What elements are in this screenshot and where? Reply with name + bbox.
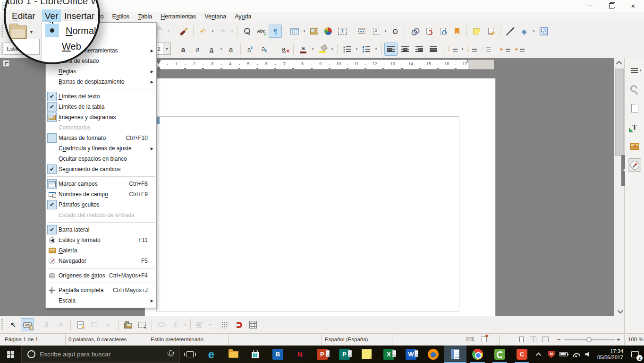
page-style[interactable]: Estilo predeterminado (151, 337, 203, 342)
clear-formatting-button[interactable]: a (277, 43, 290, 56)
menubar-item-estilos[interactable]: Estilos (108, 12, 134, 22)
control-wizard-button[interactable]: ✔ (102, 318, 115, 331)
document-modified-icon[interactable] (482, 336, 487, 342)
special-character-button[interactable]: Ω (389, 25, 402, 38)
magnified-menu-item-normal[interactable]: Normal (66, 26, 96, 36)
increase-indent-button[interactable] (499, 43, 512, 56)
undo-button[interactable]: ↶ (196, 25, 210, 38)
align-right-button[interactable] (413, 43, 426, 56)
menu-item-or-genes-de-datos[interactable]: Orígenes de datosCtrl+Mayús+F4 (46, 270, 156, 281)
basic-shapes-button[interactable]: ◆ (517, 25, 531, 38)
taskbar-app-camtasia[interactable] (489, 346, 511, 363)
insert-table-dropdown-icon[interactable]: ▾ (302, 29, 306, 33)
taskbar-app-camtasia-recorder[interactable]: C (511, 346, 533, 363)
snap-to-grid-button[interactable] (232, 318, 246, 331)
taskbar-app-edge[interactable]: e (200, 346, 222, 363)
zoom-percentage[interactable]: 100 % (628, 337, 644, 342)
menu-item-marcas-de-formato[interactable]: Marcas de formatoCtrl+F10 (46, 133, 156, 143)
select-region-button[interactable] (136, 318, 149, 331)
paste-dropdown-icon[interactable]: ▾ (167, 29, 171, 33)
magnified-menu-ver-active[interactable]: Ver (42, 9, 61, 22)
clone-formatting-button[interactable] (177, 25, 190, 38)
menu-item-estilos-y-formato[interactable]: Estilos y formatoF11 (46, 235, 156, 245)
menu-item-cuadr-cula-y-l-neas-de-ajuste[interactable]: Cuadrícula y líneas de ajuste▶ (46, 143, 156, 154)
menu-item-l-mites-del-texto[interactable]: ✔Límites del texto (46, 91, 156, 102)
menu-item-escala[interactable]: Escala▶ (46, 295, 156, 306)
zoom-in-button[interactable]: + (617, 336, 620, 343)
insert-table-button[interactable] (288, 25, 301, 38)
toolbar-handle[interactable] (1, 319, 3, 330)
taskbar-clock[interactable]: 17:34 05/06/2017 (594, 348, 626, 361)
word-count[interactable]: 0 palabras, 0 caracteres (68, 337, 127, 342)
formatting-marks-button[interactable]: ¶ (269, 25, 282, 38)
design-mode-button[interactable]: OK (21, 318, 34, 331)
gallery-tab[interactable] (628, 139, 641, 153)
ruler-margin-marker[interactable] (156, 60, 161, 64)
taskbar-app-word[interactable]: W (400, 346, 422, 363)
menu-item-p-rrafos-ocultos[interactable]: ✔Párrafos ocultos (46, 199, 156, 210)
taskbar-app-store[interactable] (245, 346, 267, 363)
microphone-icon[interactable] (167, 350, 174, 359)
taskbar-search-box[interactable]: Escribe aquí para buscar (21, 346, 180, 363)
action-center-button[interactable]: 2 (626, 346, 644, 363)
menu-item-marcar-campos[interactable]: Marcar camposCtrl+F8 (46, 179, 156, 189)
display-grid-button[interactable] (218, 318, 231, 331)
menubar-item-ayuda[interactable]: Ayuda (230, 12, 255, 22)
gallery-button[interactable] (121, 318, 135, 331)
styles-tab[interactable]: T (628, 121, 641, 134)
menubar-item-herramientas[interactable]: Herramientas (156, 12, 200, 22)
scroll-down-icon[interactable] (615, 307, 624, 315)
close-button[interactable]: × (622, 0, 644, 12)
restore-button[interactable] (601, 0, 622, 12)
chevron-down-icon[interactable]: ▼ (163, 43, 170, 54)
menu-item-l-mites-de-la-tabla[interactable]: ✔Límites de la tabla (46, 102, 156, 112)
underline-button[interactable]: a (205, 43, 218, 56)
toolbar-handle[interactable] (1, 43, 3, 55)
insert-footnote-button[interactable] (422, 25, 435, 38)
task-view-button[interactable] (180, 346, 200, 363)
book-view-icon[interactable] (542, 337, 549, 342)
vertical-scrollbar[interactable] (614, 58, 624, 316)
bullet-list-dropdown-icon[interactable]: ▾ (355, 47, 359, 51)
minimize-button[interactable] (579, 0, 601, 12)
page-tab[interactable] (628, 102, 641, 115)
menu-item-reglas[interactable]: Reglas▶ (46, 66, 156, 77)
underline-dropdown-icon[interactable]: ▾ (219, 47, 223, 51)
undo-dropdown-icon[interactable]: ▾ (211, 29, 215, 33)
paragraph-spacing-alt-button[interactable] (480, 43, 493, 56)
menu-item-comentarios[interactable]: Comentarios (46, 122, 156, 133)
anchor-button[interactable]: ⚓ (169, 318, 182, 331)
insert-textbox-button[interactable]: T (336, 25, 349, 38)
track-changes-button[interactable] (484, 25, 497, 38)
menu-item-im-genes-y-diagramas[interactable]: Imágenes y diagramas (46, 112, 156, 122)
ellipse-button[interactable] (155, 318, 168, 331)
highlight-color-button[interactable] (316, 43, 329, 56)
form-navigator-button[interactable] (74, 318, 87, 331)
taskbar-app-blue-b-app[interactable]: B (267, 346, 289, 363)
magnified-menu-editar[interactable]: Editar (12, 11, 35, 21)
field-control-button[interactable] (88, 318, 101, 331)
cut-control-button[interactable] (40, 318, 53, 331)
text-language[interactable]: Español (España) (325, 337, 368, 342)
menu-item-barra-lateral[interactable]: ✔Barra lateral (46, 225, 156, 235)
basic-shapes-dropdown-icon[interactable]: ▾ (532, 29, 536, 33)
insert-hyperlink-button[interactable] (408, 25, 421, 38)
scroll-up-icon[interactable] (615, 59, 624, 67)
magnified-menu-insertar[interactable]: Insertar (64, 11, 94, 21)
zoom-slider-knob[interactable] (586, 337, 592, 342)
battery-icon[interactable] (558, 346, 570, 363)
justify-button[interactable] (427, 43, 440, 56)
navigator-tab[interactable] (628, 158, 641, 172)
document-page[interactable] (144, 78, 496, 316)
zoom-out-button[interactable]: − (557, 336, 561, 343)
menu-item-barras-de-desplazamiento[interactable]: Barras de desplazamiento▶ (46, 77, 156, 87)
font-color-button[interactable]: a (297, 43, 310, 56)
magnified-menu-item-web[interactable]: Web (62, 41, 81, 52)
mcafee-tray-icon[interactable] (545, 346, 558, 363)
helplines-while-moving-button[interactable] (246, 318, 260, 331)
selection-mode-icon[interactable] (466, 337, 473, 341)
tab-stop-selector[interactable] (3, 60, 9, 67)
taskbar-app-firefox[interactable] (422, 346, 444, 363)
page-count[interactable]: Página 1 de 1 (5, 337, 38, 342)
taskbar-app-excel[interactable]: X (378, 346, 400, 363)
